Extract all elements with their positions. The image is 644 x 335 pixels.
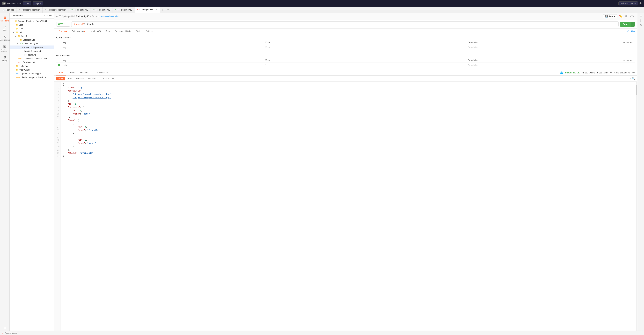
url-input[interactable]: {{baseUrl}} /pet/:petId — [71, 21, 618, 27]
method-selector[interactable]: GET ▾ — [56, 22, 70, 26]
line-numbers: 1234567891011121314151617181920212223 — [54, 82, 61, 331]
tab-find-pet-active[interactable]: GET Find pet by ID ✕ — [135, 7, 160, 13]
tab-headers[interactable]: Headers (9) — [88, 29, 103, 34]
fmt-tab-pretty[interactable]: Pretty — [56, 77, 65, 80]
query-key-input[interactable] — [63, 46, 262, 48]
tab-find-pet-2[interactable]: GET Find pet by ID — [91, 7, 113, 13]
copy-response-icon[interactable]: ⧉ — [629, 77, 630, 80]
tree-item-petid[interactable]: ▾ 📁 {petId} — [10, 34, 54, 38]
search-response-icon[interactable]: 🔍 — [632, 77, 635, 80]
code-button[interactable]: </> — [630, 14, 635, 18]
edit-button[interactable]: ✏️ — [618, 14, 623, 18]
send-arrow-button[interactable]: ▾ — [631, 22, 635, 26]
new-button[interactable]: New — [23, 1, 32, 5]
tab-pre-request[interactable]: Pre-request Script — [112, 29, 134, 34]
environments-label: Environments — [0, 39, 10, 41]
get-badge-2: GET — [93, 9, 97, 11]
tree-item-pet-not-found[interactable]: ↵ Pet not found — [10, 53, 54, 57]
tab-successful-op-1[interactable]: ↵ successful operation — [17, 7, 43, 13]
avatar: M — [2, 1, 6, 5]
tree-item-find-by-status[interactable]: › 📁 findByStatus — [10, 68, 54, 72]
tree-root[interactable]: ▾ 📁 Swagger Petstore - OpenAPI 3.0 — [10, 19, 54, 23]
filter-icon[interactable]: ⇌ — [112, 77, 114, 80]
fmt-tab-raw[interactable]: Raw — [66, 77, 74, 80]
sidebar-item-history[interactable]: ⏱ History — [0, 54, 10, 63]
status-bar: ● Postman Agent — [0, 331, 644, 335]
bulk-edit-path-button[interactable]: Bulk Edit — [626, 59, 634, 61]
tab-body[interactable]: Body — [103, 29, 112, 34]
tree-item-deletes-pet[interactable]: DEL Deletes a pet — [10, 60, 54, 64]
tab-settings[interactable]: Settings — [144, 29, 156, 34]
chevron-icon: ▾ — [13, 31, 15, 33]
col-value-header: Value — [264, 58, 466, 63]
tree-item-find-by-tags[interactable]: › 📁 findByTags — [10, 64, 54, 68]
more-resp-icon[interactable]: ••• — [632, 71, 635, 74]
tree-label-upload-image: uploadImage — [23, 39, 52, 41]
environment-selector[interactable]: No Environment ▾ — [618, 1, 638, 5]
layout-button[interactable]: ⊞ — [624, 14, 628, 18]
bulk-edit-button[interactable]: Bulk Edit — [626, 41, 634, 43]
path-desc-input[interactable] — [468, 64, 620, 66]
overflow-icon[interactable]: ••• — [49, 14, 52, 17]
tab-tests[interactable]: Tests — [134, 29, 144, 34]
tree-item-user[interactable]: › 📁 user — [10, 23, 54, 27]
import-button[interactable]: Import — [33, 1, 43, 5]
tab-find-pet-1[interactable]: GET Find pet by ID — [69, 7, 91, 13]
save-as-example[interactable]: Save as Example — [614, 71, 630, 74]
tree-item-pet[interactable]: ▾ 📁 pet — [10, 30, 54, 34]
close-icon[interactable]: ✕ — [156, 8, 158, 11]
tab-params[interactable]: Params — [56, 29, 70, 34]
del-method-badge: DEL — [18, 61, 22, 63]
sidebar-icons: ⊞ Collections ⬡ APIs ◎ Environments ▣ Mo… — [0, 13, 10, 331]
tree-item-store[interactable]: › 📁 store — [10, 27, 54, 30]
cookies-link[interactable]: Cookies — [628, 30, 635, 32]
tree-item-updates-pet[interactable]: › POST Updates a pet in the store ... — [10, 57, 54, 60]
add-collection-icon[interactable]: + — [44, 14, 45, 17]
fmt-tab-visualize[interactable]: Visualize — [86, 77, 98, 80]
tab-find-pet-3[interactable]: GET Find pet by ID — [113, 7, 135, 13]
add-tab-button[interactable]: + — [160, 8, 165, 11]
tree-item-successful-op[interactable]: ↵ successful operation — [10, 45, 54, 49]
right-icon-1[interactable]: ☰ — [640, 14, 642, 17]
request-area: ⊞ ☰ / pet / {petId} / Find pet by ID • F… — [54, 13, 637, 331]
tree-item-update-pet[interactable]: › PUT Update an existing pet — [10, 72, 54, 75]
resp-tab-body[interactable]: Body — [56, 70, 66, 75]
tree-item-add-pet[interactable]: POST Add a new pet to the store — [10, 75, 54, 79]
apis-icon: ⬡ — [4, 25, 6, 29]
tree-item-upload-image[interactable]: › 📁 uploadImage — [10, 38, 54, 42]
right-icon-2[interactable]: ℹ — [640, 19, 641, 22]
tree-item-find-pet[interactable]: ▾ GET Find pet by ID — [10, 42, 54, 45]
save-button[interactable]: 💾 Save ▾ — [603, 14, 617, 18]
tab-label: Find pet by ID — [76, 9, 88, 11]
query-desc-input[interactable] — [468, 46, 620, 48]
tab-authorization[interactable]: Authorization — [70, 29, 88, 34]
sidebar-item-collections[interactable]: ⊞ Collections — [0, 14, 10, 23]
vertical-scrollbar[interactable] — [636, 82, 637, 331]
sidebar-item-mock-servers[interactable]: ▣ Mock Servers — [0, 43, 10, 54]
tab-successful-op-2[interactable]: ↵ successful operation — [43, 7, 68, 13]
checkbox[interactable] — [58, 64, 60, 66]
more-tabs-button[interactable]: ••• — [165, 8, 170, 11]
tab-pet-store[interactable]: 📄 Pet Store — [0, 7, 17, 13]
checkbox[interactable] — [58, 46, 60, 48]
query-value-input[interactable] — [265, 46, 465, 48]
more-icon: ••• — [623, 59, 626, 61]
tab-label: Find pet by ID — [120, 9, 132, 11]
format-type-selector[interactable]: JSON ▾ — [100, 77, 110, 80]
sidebar-item-apis[interactable]: ⬡ APIs — [0, 24, 10, 33]
more-options-icon[interactable]: ≡ — [46, 14, 48, 17]
resp-tab-cookies[interactable]: Cookies — [66, 70, 78, 75]
chevron-icon: › — [13, 28, 15, 30]
sidebar-item-environments[interactable]: ◎ Environments — [0, 33, 10, 42]
right-icon-3[interactable]: ⚙ — [640, 23, 642, 27]
resp-tab-headers[interactable]: Headers (12) — [78, 70, 95, 75]
tab-label: successful operation — [48, 9, 66, 11]
send-button[interactable]: Send — [620, 22, 631, 26]
tree-item-invalid-id[interactable]: ↵ Invalid ID supplied — [10, 49, 54, 53]
col-desc-header: Description — [466, 58, 621, 63]
breadcrumb-actions: 💾 Save ▾ ✏️ ⊞ </> — [603, 14, 635, 18]
scrollbar-thumb[interactable] — [636, 85, 637, 95]
fmt-tab-preview[interactable]: Preview — [74, 77, 85, 80]
sidebar-item-extensions[interactable]: ⚏ — [0, 324, 10, 331]
resp-tab-test-results[interactable]: Test Results — [95, 70, 110, 75]
